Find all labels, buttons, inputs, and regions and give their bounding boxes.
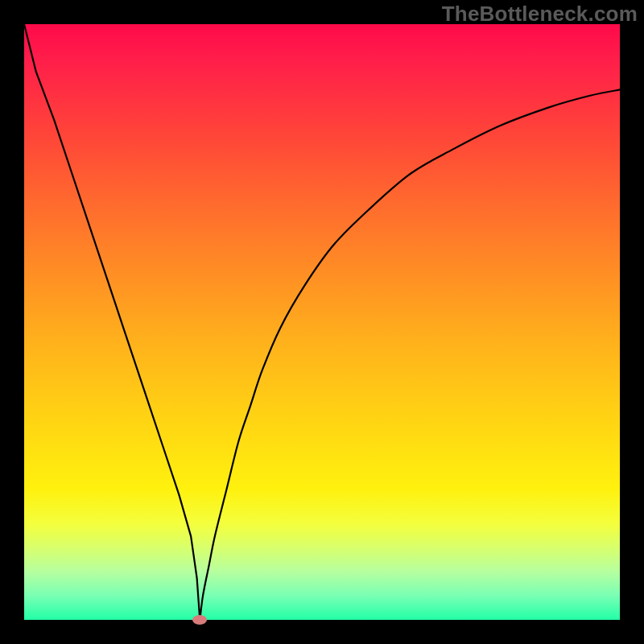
bottleneck-curve	[24, 24, 620, 620]
optimum-marker	[192, 615, 207, 625]
chart-plot-area	[24, 24, 620, 620]
watermark-text: TheBottleneck.com	[442, 2, 638, 27]
curve-path	[24, 24, 620, 620]
